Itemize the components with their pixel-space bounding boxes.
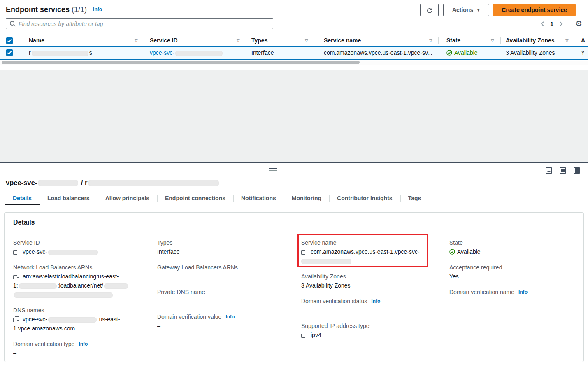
column-header-availability-zones[interactable]: Availability Zones <box>506 35 555 46</box>
cell-state: Available <box>446 47 478 59</box>
column-divider <box>439 236 439 356</box>
tab-tags[interactable]: Tags <box>400 192 429 205</box>
redacted-text <box>38 180 78 186</box>
field-nlb-arns: Network Load Balancers ARNs arn:aws:elas… <box>13 263 149 299</box>
field-acceptance-required: Acceptance required Yes <box>449 263 585 281</box>
resource-count: (1/1) <box>72 5 87 14</box>
column-divider <box>151 236 151 356</box>
cell-service-id: vpce-svc- <box>150 47 223 59</box>
redacted-text <box>104 283 128 289</box>
tab-details[interactable]: Details <box>5 192 40 205</box>
service-id-link[interactable]: vpce-svc- <box>150 49 223 56</box>
cell-name: rs <box>29 47 92 59</box>
redacted-text <box>48 317 97 323</box>
column-header-acceptance[interactable]: A <box>581 35 585 46</box>
field-domain-verification-type: Domain verification typeInfo – <box>13 339 149 358</box>
info-link[interactable]: Info <box>225 314 235 320</box>
create-endpoint-service-button[interactable]: Create endpoint service <box>493 4 576 16</box>
tab-allow-principals[interactable]: Allow principals <box>98 192 157 205</box>
split-panel: vpce-svc- / r Details Load balancers All… <box>0 162 588 365</box>
tab-endpoint-connections[interactable]: Endpoint connections <box>157 192 233 205</box>
sort-icon[interactable]: ▽ <box>429 35 432 46</box>
info-link[interactable]: Info <box>518 289 528 295</box>
field-domain-verification-status: Domain verification statusInfo – <box>301 297 437 315</box>
tab-contributor-insights[interactable]: Contributor Insights <box>329 192 400 205</box>
column-header-service-name[interactable]: Service name <box>324 35 361 46</box>
page-title: Endpoint services (1/1) Info <box>6 3 102 16</box>
cell-acceptance: Y <box>581 47 585 59</box>
endpoint-services-list-panel: Endpoint services (1/1) Info Actions▼ Cr… <box>0 0 588 70</box>
horizontal-scrollbar <box>0 61 588 65</box>
refresh-button[interactable] <box>420 4 439 16</box>
field-domain-verification-value: Domain verification valueInfo – <box>157 312 293 330</box>
redacted-text <box>32 51 88 56</box>
details-column-2: Types Interface Gateway Load Balancers A… <box>157 238 293 337</box>
select-all-checkbox[interactable] <box>6 37 13 44</box>
column-header-name[interactable]: Name <box>29 35 44 46</box>
field-private-dns-name: Private DNS name – <box>157 288 293 306</box>
details-column-1: Service ID vpce-svc- Network Load Balanc… <box>13 238 149 364</box>
copy-icon[interactable] <box>301 332 307 338</box>
redacted-text <box>19 283 57 289</box>
next-page-button[interactable] <box>559 21 563 27</box>
page-title-text: Endpoint services <box>6 5 70 14</box>
redacted-text <box>175 51 223 56</box>
column-divider <box>246 37 246 44</box>
availability-zones-popover-trigger[interactable]: 3 Availability Zones <box>506 49 555 56</box>
copy-icon[interactable] <box>13 249 19 255</box>
redacted-text <box>48 250 98 255</box>
column-divider <box>295 236 295 356</box>
tab-monitoring[interactable]: Monitoring <box>284 192 329 205</box>
tab-bar: Details Load balancers Allow principals … <box>0 192 588 205</box>
split-panel-layout-buttons <box>546 167 580 174</box>
tab-notifications[interactable]: Notifications <box>233 192 284 205</box>
row-checkbox[interactable] <box>6 49 13 56</box>
field-types: Types Interface <box>157 238 293 256</box>
pagination: 1 ⚙ <box>540 18 582 29</box>
scrollbar-thumb[interactable] <box>2 61 360 64</box>
column-header-state[interactable]: State <box>446 35 460 46</box>
column-divider <box>144 37 144 44</box>
cell-availability-zones: 3 Availability Zones <box>506 47 555 59</box>
search-input[interactable] <box>19 19 270 28</box>
copy-icon[interactable] <box>13 274 19 279</box>
redacted-text <box>88 180 219 186</box>
info-link[interactable]: Info <box>371 298 380 304</box>
aws-endpoint-services-page: Endpoint services (1/1) Info Actions▼ Cr… <box>0 0 588 365</box>
previous-page-button[interactable] <box>540 21 544 27</box>
actions-button[interactable]: Actions▼ <box>443 4 489 16</box>
cell-types: Interface <box>251 47 274 59</box>
split-panel-title: vpce-svc- / r <box>6 179 220 187</box>
page-header: Endpoint services (1/1) Info Actions▼ Cr… <box>6 3 582 16</box>
table-row[interactable]: rs vpce-svc- Interface com.amazonaws.vpc… <box>0 46 588 60</box>
availability-zones-popover-trigger[interactable]: 3 Availability Zones <box>301 282 351 289</box>
sort-icon[interactable]: ▽ <box>305 35 308 46</box>
panel-position-bottom-small-icon[interactable] <box>546 167 552 174</box>
panel-position-fullscreen-icon[interactable] <box>574 167 580 174</box>
sort-icon[interactable]: ▽ <box>565 35 569 46</box>
copy-icon[interactable] <box>13 316 19 322</box>
redacted-text <box>14 292 113 298</box>
sort-icon[interactable]: ▽ <box>135 35 138 46</box>
copy-icon[interactable] <box>301 249 307 255</box>
pagination-divider <box>569 20 569 28</box>
field-state: State Available <box>449 238 585 256</box>
split-panel-resize-handle[interactable] <box>269 168 277 172</box>
refresh-icon <box>426 9 433 15</box>
details-card-heading: Details <box>5 213 583 232</box>
panel-position-bottom-medium-icon[interactable] <box>560 167 566 174</box>
preferences-gear-icon[interactable]: ⚙ <box>575 20 582 28</box>
tab-load-balancers[interactable]: Load balancers <box>40 192 98 205</box>
check-circle-icon <box>449 248 457 255</box>
info-link[interactable]: Info <box>79 341 88 347</box>
page-number[interactable]: 1 <box>550 21 553 27</box>
sort-icon[interactable]: ▽ <box>491 35 494 46</box>
field-supported-ip-type: Supported IP address type ipv4 <box>301 321 437 339</box>
title-info-link[interactable]: Info <box>93 7 102 12</box>
column-header-types[interactable]: Types <box>251 35 267 46</box>
search-box <box>6 18 273 29</box>
sort-icon[interactable]: ▽ <box>237 35 240 46</box>
redacted-text <box>301 259 351 264</box>
column-header-service-id[interactable]: Service ID <box>150 35 178 46</box>
column-divider <box>314 37 314 44</box>
